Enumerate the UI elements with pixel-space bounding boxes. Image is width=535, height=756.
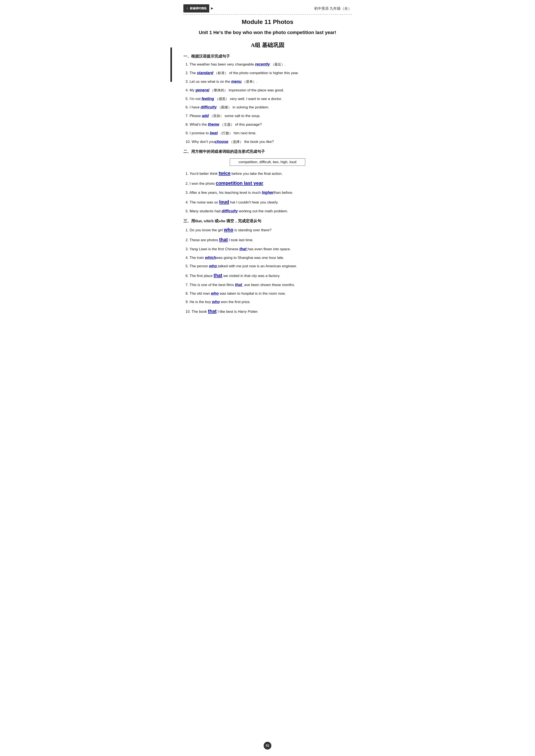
item-num: 6. bbox=[185, 105, 188, 109]
list-item: 3. After a few years, his teaching level… bbox=[185, 189, 352, 196]
part1-title: 一、根据汉语提示完成句子 bbox=[183, 54, 352, 59]
item-num: 8. bbox=[185, 122, 188, 126]
answer: standard bbox=[197, 71, 213, 75]
item-num: 6. bbox=[185, 274, 188, 278]
list-item: 3. Let us see what is on the menu （菜单）. bbox=[185, 78, 352, 85]
list-item: 10. The book that I like best is Harry P… bbox=[185, 307, 352, 315]
answer: competition last year bbox=[216, 180, 263, 186]
list-item: 1. You'd better think twice before you t… bbox=[185, 169, 352, 177]
item-num: 2. bbox=[185, 238, 188, 242]
part3-list: 1. Do you know the girl who is standing … bbox=[185, 226, 352, 315]
list-item: 2. The standard （标准） of the photo compet… bbox=[185, 69, 352, 76]
item-num: 1. bbox=[185, 62, 188, 67]
answer: that bbox=[235, 283, 243, 287]
answer: that bbox=[213, 273, 222, 278]
item-num: 8. bbox=[185, 291, 188, 296]
word-box-container: competition, difficult, two, high, loud bbox=[183, 156, 352, 169]
list-item: 10. Why don't youchoose （选择） the book yo… bbox=[185, 138, 352, 145]
item-num: 10. bbox=[185, 140, 191, 144]
list-item: 5. Many students had difficulty working … bbox=[185, 208, 352, 214]
item-num: 3. bbox=[185, 80, 188, 84]
item-num: 4. bbox=[185, 256, 188, 260]
item-num: 1. bbox=[185, 172, 188, 176]
item-num: 5. bbox=[185, 97, 188, 101]
answer: that bbox=[239, 247, 248, 251]
word-box: competition, difficult, two, high, loud bbox=[230, 158, 305, 166]
answer: general bbox=[195, 88, 209, 92]
list-item: 8. What's the theme （主题） of this passage… bbox=[185, 121, 352, 128]
list-item: 3. Yang Liwei is the first Chinese that … bbox=[185, 246, 352, 253]
left-bar bbox=[170, 47, 172, 82]
answer: who bbox=[224, 227, 234, 232]
list-item: 9. He is the boy who won the first prize… bbox=[185, 299, 352, 305]
list-item: 6. The first place that we visited in th… bbox=[185, 271, 352, 279]
header-left: 🏃 新编课时精练 bbox=[183, 4, 209, 13]
item-num: 3. bbox=[185, 247, 188, 251]
item-num: 7. bbox=[185, 283, 188, 287]
list-item: 6. I have difficulty （困难） in solving the… bbox=[185, 104, 352, 111]
list-item: 8. The old man who was taken to hospital… bbox=[185, 290, 352, 297]
answer: theme bbox=[208, 122, 219, 126]
unit-title: Unit 1 He's the boy who won the photo co… bbox=[183, 30, 352, 35]
part2-list: 1. You'd better think twice before you t… bbox=[185, 169, 352, 214]
list-item: 5. The person who talked with me just no… bbox=[185, 263, 352, 269]
answer: recently bbox=[255, 62, 270, 67]
answer: who bbox=[211, 291, 219, 296]
answer: that bbox=[219, 237, 228, 242]
header: 🏃 新编课时精练 初中英语 九年级（全） bbox=[183, 4, 352, 15]
part2-title: 二、用方框中的词或者词组的适当形式完成句子 bbox=[183, 149, 352, 154]
item-num: 9. bbox=[185, 131, 188, 135]
answer: who bbox=[212, 300, 220, 304]
answer: that bbox=[208, 309, 216, 314]
item-num: 2. bbox=[185, 181, 188, 186]
list-item: 4. My general （整体的） impression of the pl… bbox=[185, 87, 352, 94]
answer: add bbox=[202, 114, 209, 118]
list-item: 4. The noise was so loud hat I couldn't … bbox=[185, 198, 352, 206]
item-num: 7. bbox=[185, 114, 188, 118]
list-item: 7. Please add （添加） some salt to the soup… bbox=[185, 113, 352, 119]
answer: difficulty bbox=[222, 209, 238, 213]
header-logo-icon: 🏃 bbox=[186, 7, 189, 10]
item-num: 4. bbox=[185, 200, 188, 204]
answer: choose bbox=[215, 140, 228, 144]
list-item: 9. I promise to beat （打败） him next time. bbox=[185, 130, 352, 136]
list-item: 2. These are photos that I took last tim… bbox=[185, 236, 352, 244]
answer: feeling bbox=[202, 96, 214, 101]
section-title: A组 基础巩固 bbox=[183, 41, 352, 49]
header-logo: 🏃 新编课时精练 bbox=[183, 4, 209, 13]
item-num: 2. bbox=[185, 71, 188, 75]
header-logo-text: 新编课时精练 bbox=[190, 7, 207, 10]
list-item: 1. Do you know the girl who is standing … bbox=[185, 226, 352, 234]
item-num: 3. bbox=[185, 191, 188, 195]
item-num: 9. bbox=[185, 300, 188, 304]
header-subtitle: 初中英语 九年级（全） bbox=[314, 6, 352, 11]
answer: who bbox=[209, 264, 218, 268]
item-num: 10. bbox=[185, 310, 191, 314]
item-num: 1. bbox=[185, 228, 188, 232]
item-num: 5. bbox=[185, 264, 188, 268]
answer: difficulty bbox=[201, 105, 217, 109]
item-num: 5. bbox=[185, 209, 188, 213]
answer: menu bbox=[231, 79, 241, 84]
list-item: 7. This is one of the best films that av… bbox=[185, 282, 352, 288]
list-item: 1. The weather has been very changeable … bbox=[185, 61, 352, 68]
answer: twice bbox=[219, 171, 231, 176]
answer: beat bbox=[210, 131, 218, 135]
part1-list: 1. The weather has been very changeable … bbox=[185, 61, 352, 145]
answer: which bbox=[205, 256, 216, 260]
answer: higher bbox=[262, 190, 273, 195]
list-item: 5. I'm not feeling （感觉） very well. I wan… bbox=[185, 95, 352, 102]
module-title: Module 11 Photos bbox=[183, 18, 352, 25]
list-item: 4. The train whichwas going to Shanghai … bbox=[185, 255, 352, 261]
item-num: 4. bbox=[185, 88, 188, 92]
answer: loud bbox=[219, 199, 229, 204]
part3-title: 三、用that, which 或who 填空，完成定语从句 bbox=[183, 218, 352, 224]
list-item: 2. I won the photo competition last year… bbox=[185, 179, 352, 187]
